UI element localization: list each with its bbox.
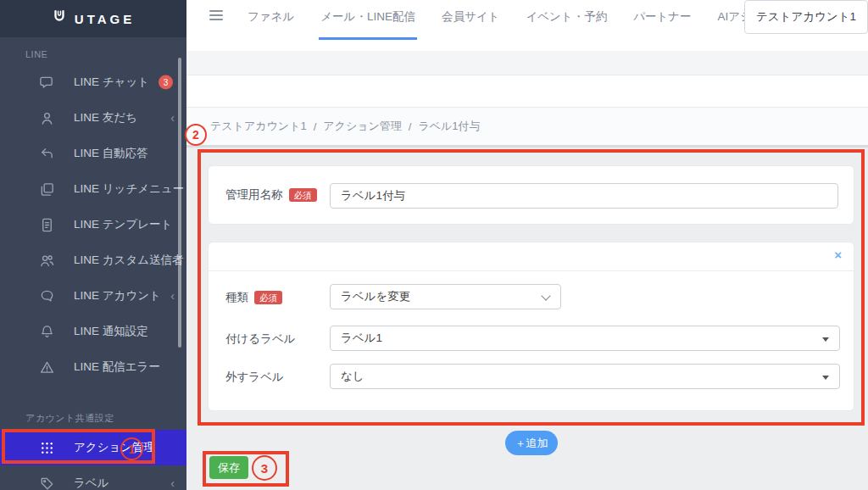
bell-icon — [38, 323, 55, 340]
tab-member-site[interactable]: 会員サイト — [440, 0, 501, 40]
chat-icon — [38, 74, 55, 91]
tab-mail-line-delivery[interactable]: メール・LINE配信 — [319, 0, 417, 40]
sidebar-item-line-rich-menu[interactable]: LINE リッチメニュー — [0, 171, 186, 207]
annotation-circle-3: 3 — [252, 455, 277, 481]
sidebar-item-label-menu[interactable]: ラベル ‹ — [0, 465, 186, 490]
hamburger-menu-icon[interactable] — [209, 10, 223, 20]
breadcrumb-current-page: ラベル1付与 — [418, 119, 480, 134]
sidebar-section-account-common: アカウント共通設定 — [0, 385, 186, 430]
sidebar-item-line-custom-sender[interactable]: LINE カスタム送信者 — [0, 242, 186, 278]
tab-partner[interactable]: パートナー — [632, 0, 693, 40]
sidebar-section-line: LINE — [0, 37, 186, 64]
toolbar-band — [186, 75, 868, 108]
brand-name: UTAGE — [75, 12, 135, 26]
annotation-circle-1: 1 — [120, 437, 143, 460]
sidebar-item-label: LINE アカウント — [74, 288, 161, 303]
file-icon — [38, 216, 55, 233]
chat-count-badge: 3 — [159, 75, 173, 90]
sidebar-item-line-account[interactable]: LINE アカウント ‹ — [0, 278, 186, 314]
tab-funnel[interactable]: ファネル — [246, 0, 296, 40]
sidebar-item-line-delivery-error[interactable]: LINE 配信エラー — [0, 349, 186, 385]
tag-icon — [38, 475, 55, 490]
sidebar-header: UTAGE — [0, 0, 186, 37]
app-window: UTAGE LINE LINE チャット 3 LINE 友だち ‹ — [0, 0, 868, 490]
sidebar-item-line-auto-reply[interactable]: LINE 自動応答 — [0, 136, 186, 171]
sidebar-item-label: LINE 配信エラー — [74, 359, 160, 375]
warning-icon — [38, 359, 55, 376]
sidebar-item-label: LINE テンプレート — [74, 217, 172, 232]
main-area: ファネル メール・LINE配信 会員サイト イベント・予約 パートナー AIアシ… — [186, 0, 868, 490]
top-navigation: ファネル メール・LINE配信 会員サイト イベント・予約 パートナー AIアシ… — [186, 0, 868, 51]
sidebar-scrollbar[interactable] — [178, 58, 181, 348]
top-tabs: ファネル メール・LINE配信 会員サイト イベント・予約 パートナー AIアシ… — [246, 0, 777, 40]
breadcrumb: テストアカウント1 / アクション管理 / ラベル1付与 — [186, 108, 868, 145]
breadcrumb-separator: / — [314, 120, 317, 133]
breadcrumb-account[interactable]: テストアカウント1 — [210, 119, 307, 134]
sidebar: UTAGE LINE LINE チャット 3 LINE 友だち ‹ — [0, 0, 186, 490]
tab-event-booking[interactable]: イベント・予約 — [524, 0, 609, 40]
chevron-left-icon: ‹ — [170, 290, 175, 302]
utage-logo-icon — [52, 9, 67, 28]
sidebar-item-label: LINE 通知設定 — [74, 324, 148, 339]
sidebar-item-line-chat[interactable]: LINE チャット 3 — [0, 64, 186, 100]
sidebar-item-line-notification[interactable]: LINE 通知設定 — [0, 314, 186, 349]
reply-icon — [38, 145, 55, 162]
sidebar-item-label: LINE リッチメニュー — [74, 181, 184, 197]
breadcrumb-separator: / — [409, 120, 412, 133]
sidebar-item-line-template[interactable]: LINE テンプレート — [0, 207, 186, 242]
chevron-left-icon: ‹ — [170, 477, 175, 489]
sidebar-item-label: ラベル — [74, 476, 108, 490]
comment-icon — [38, 287, 55, 304]
sidebar-item-label: LINE チャット — [74, 75, 149, 90]
account-selector[interactable]: テストアカウント1 — [744, 0, 868, 34]
user-icon — [38, 109, 55, 126]
layers-icon — [38, 181, 55, 198]
sidebar-item-line-friends[interactable]: LINE 友だち ‹ — [0, 100, 186, 136]
annotation-circle-2: 2 — [185, 124, 207, 146]
sidebar-item-label: LINE カスタム送信者 — [74, 253, 184, 268]
breadcrumb-action-management[interactable]: アクション管理 — [323, 119, 402, 134]
chevron-left-icon: ‹ — [170, 112, 175, 124]
sidebar-item-label: LINE 友だち — [74, 110, 137, 125]
add-button[interactable]: ＋追加 — [505, 431, 558, 455]
annotation-box-2 — [198, 149, 865, 426]
users-icon — [38, 252, 55, 269]
sidebar-item-label: LINE 自動応答 — [74, 146, 148, 161]
subheader-band — [186, 51, 868, 75]
